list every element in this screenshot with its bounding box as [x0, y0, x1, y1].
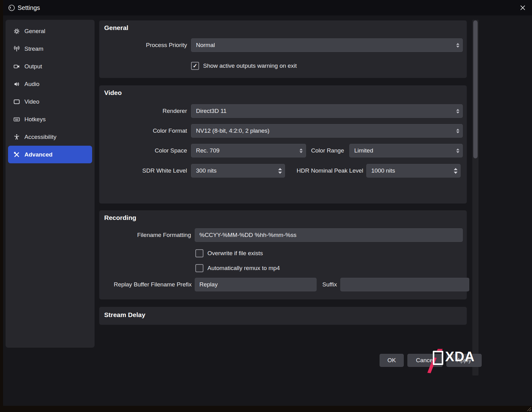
sidebar-item-label: Stream [24, 45, 43, 52]
window-title: Settings [18, 4, 40, 11]
color-format-value: NV12 (8-bit, 4:2:0, 2 planes) [191, 127, 270, 134]
sidebar-item-label: Audio [24, 81, 40, 88]
color-space-label: Color Space [104, 144, 187, 157]
color-range-select[interactable]: Limited [349, 144, 463, 157]
ok-button[interactable]: OK [380, 354, 404, 367]
sidebar-item-label: Video [24, 98, 39, 105]
replay-prefix-label: Replay Buffer Filename Prefix [102, 278, 192, 291]
sidebar-item-video[interactable]: Video [8, 93, 92, 110]
scrollbar-thumb[interactable] [473, 20, 478, 158]
renderer-label: Renderer [104, 104, 187, 118]
filename-formatting-label: Filename Formatting [104, 228, 191, 242]
sidebar-item-label: Advanced [24, 151, 53, 158]
display-icon [13, 98, 20, 105]
tools-icon [13, 151, 20, 158]
gear-icon [13, 28, 20, 35]
color-range-label: Color Range [285, 144, 344, 157]
overwrite-row: Overwrite if file exists [195, 249, 263, 258]
vertical-scrollbar[interactable] [472, 20, 479, 376]
cancel-button[interactable]: Cancel [407, 354, 443, 367]
stream-delay-section-title: Stream Delay [104, 311, 145, 319]
renderer-value: Direct3D 11 [191, 108, 227, 114]
filename-formatting-input[interactable] [195, 228, 463, 242]
obs-logo-icon [8, 4, 15, 11]
accessibility-icon [13, 133, 20, 141]
process-priority-label: Process Priority [104, 38, 187, 52]
chevron-updown-icon [453, 144, 462, 157]
color-range-value: Limited [350, 147, 373, 154]
chevron-updown-icon [453, 39, 462, 52]
sidebar-item-label: Hotkeys [24, 116, 46, 123]
show-warning-label: Show active outputs warning on exit [203, 62, 297, 69]
color-format-label: Color Format [104, 124, 187, 138]
remux-label: Automatically remux to mp4 [207, 265, 280, 272]
antenna-icon [13, 45, 20, 53]
renderer-select[interactable]: Direct3D 11 [191, 104, 463, 118]
hdr-peak-level-value: 1000 nits [367, 167, 395, 174]
video-section: Video Renderer Direct3D 11 Color Format … [99, 85, 467, 204]
show-warning-checkbox[interactable]: ✓ [191, 62, 199, 70]
apply-button[interactable]: Apply [446, 354, 482, 367]
resize-grip[interactable] [527, 407, 531, 411]
overwrite-checkbox[interactable] [195, 249, 203, 257]
show-warning-row: ✓ Show active outputs warning on exit [191, 61, 297, 71]
sidebar-item-stream[interactable]: Stream [8, 40, 92, 58]
chevron-updown-icon [453, 124, 462, 137]
titlebar[interactable]: Settings [3, 0, 532, 15]
checkmark-icon: ✓ [193, 63, 197, 69]
general-section-title: General [104, 24, 128, 32]
remux-checkbox[interactable] [195, 264, 203, 272]
chevron-updown-icon [453, 105, 462, 118]
spinner-updown-icon [275, 164, 285, 177]
overwrite-label: Overwrite if file exists [207, 250, 263, 257]
close-button[interactable] [515, 0, 530, 15]
speaker-icon [13, 80, 20, 88]
sdr-white-level-label: SDR White Level [104, 164, 187, 178]
process-priority-value: Normal [191, 42, 215, 49]
color-space-value: Rec. 709 [191, 147, 219, 154]
sidebar-item-hotkeys[interactable]: Hotkeys [8, 110, 92, 128]
sidebar-item-label: Output [24, 63, 42, 70]
stream-delay-section: Stream Delay [99, 307, 467, 325]
sidebar-item-accessibility[interactable]: Accessibility [8, 128, 92, 146]
replay-prefix-input[interactable] [195, 278, 317, 291]
suffix-label: Suffix [316, 278, 337, 291]
recording-section-title: Recording [104, 214, 136, 221]
video-camera-icon [13, 63, 20, 70]
general-section: General Process Priority Normal ✓ Show a… [99, 20, 467, 78]
sidebar-item-general[interactable]: General [8, 22, 92, 40]
sidebar-item-label: Accessibility [24, 134, 56, 140]
sidebar-item-advanced[interactable]: Advanced [8, 146, 92, 163]
sidebar-item-audio[interactable]: Audio [8, 75, 92, 93]
remux-row: Automatically remux to mp4 [195, 264, 280, 273]
sdr-white-level-value: 300 nits [191, 167, 217, 174]
hdr-peak-level-spinner[interactable]: 1000 nits [366, 164, 461, 178]
video-section-title: Video [104, 89, 122, 97]
process-priority-select[interactable]: Normal [191, 38, 463, 52]
sidebar-item-label: General [24, 28, 45, 35]
color-format-select[interactable]: NV12 (8-bit, 4:2:0, 2 planes) [191, 124, 463, 138]
recording-section: Recording Filename Formatting Overwrite … [99, 210, 467, 299]
sdr-white-level-spinner[interactable]: 300 nits [191, 164, 285, 178]
sidebar-item-output[interactable]: Output [8, 58, 92, 75]
spinner-updown-icon [451, 164, 460, 177]
suffix-input[interactable] [340, 278, 469, 291]
settings-sidebar: General Stream Output Audio Video Hotkey… [6, 20, 95, 348]
keyboard-icon [13, 116, 20, 123]
hdr-peak-level-label: HDR Nominal Peak Level [290, 164, 363, 178]
